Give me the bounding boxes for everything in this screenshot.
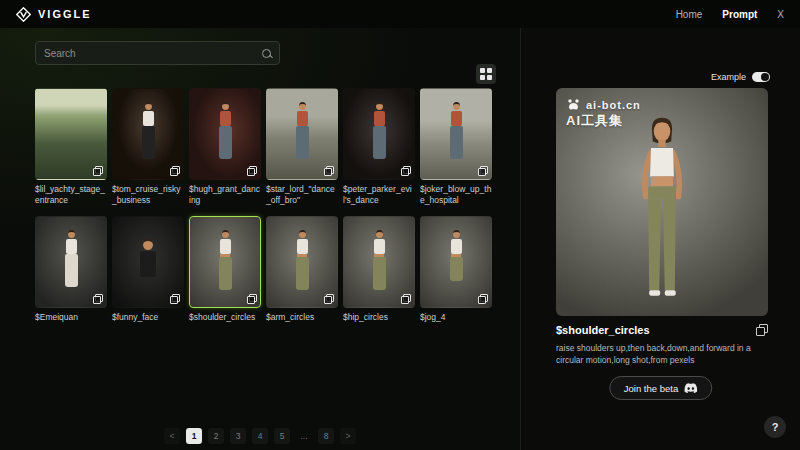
search-input[interactable] <box>44 48 262 59</box>
template-thumbnail[interactable] <box>112 88 184 180</box>
template-card[interactable]: $jog_4 <box>420 216 492 334</box>
template-card-selected[interactable]: $shoulder_circles <box>189 216 261 334</box>
copy-icon[interactable] <box>324 294 334 304</box>
preview-image: ai-bot.cn AI工具集 <box>556 88 768 316</box>
example-toggle[interactable] <box>752 72 770 82</box>
template-card[interactable]: $star_lord_"dance_off_bro" <box>266 88 338 206</box>
copy-icon[interactable] <box>478 166 488 176</box>
template-thumbnail[interactable] <box>266 216 338 308</box>
figure-silhouette <box>137 239 159 277</box>
page-prev[interactable]: < <box>164 428 180 444</box>
template-thumbnail[interactable] <box>112 216 184 308</box>
template-thumbnail[interactable] <box>420 88 492 180</box>
discord-icon <box>684 383 697 393</box>
copy-icon[interactable] <box>401 166 411 176</box>
copy-icon[interactable] <box>170 166 180 176</box>
template-gallery-panel: $lil_yachty_stage_entrance $tom_cruise_r… <box>0 28 520 450</box>
example-toggle-row: Example <box>711 72 770 82</box>
figure-silhouette <box>445 230 467 281</box>
figure-silhouette <box>368 230 390 290</box>
template-card[interactable]: $lil_yachty_stage_entrance <box>35 88 107 206</box>
template-thumbnail[interactable] <box>189 216 261 308</box>
template-card[interactable]: $tom_cruise_risky_business <box>112 88 184 206</box>
watermark-name: ai-bot.cn <box>586 99 641 111</box>
copy-icon[interactable] <box>324 166 334 176</box>
template-label: $star_lord_"dance_off_bro" <box>266 184 338 206</box>
logo-text: VIGGLE <box>38 8 92 20</box>
template-card[interactable]: $funny_face <box>112 216 184 334</box>
template-label: $Emeiquan <box>35 312 107 334</box>
join-beta-label: Join the beta <box>624 383 678 394</box>
figure-silhouette <box>60 230 82 287</box>
preview-panel: Example ai-bot.cn AI工具集 <box>520 28 800 450</box>
figure-silhouette <box>214 230 236 290</box>
template-label: $peter_parker_evil's_dance <box>343 184 415 206</box>
figure-silhouette <box>291 102 313 159</box>
nav-prompt[interactable]: Prompt <box>722 9 757 20</box>
join-beta-button[interactable]: Join the beta <box>609 376 712 400</box>
page-1[interactable]: 1 <box>186 428 202 444</box>
preview-title-row: $shoulder_circles <box>556 324 768 336</box>
page-ellipsis: ... <box>296 428 312 444</box>
top-bar: VIGGLE Home Prompt X <box>0 0 800 28</box>
template-thumbnail[interactable] <box>35 216 107 308</box>
template-label: $tom_cruise_risky_business <box>112 184 184 206</box>
figure-silhouette <box>368 102 390 159</box>
figure-silhouette <box>291 230 313 290</box>
example-label: Example <box>711 72 746 82</box>
template-thumbnail[interactable] <box>420 216 492 308</box>
viggle-logo-icon <box>16 7 31 22</box>
template-thumbnail[interactable] <box>343 216 415 308</box>
top-nav: Home Prompt X <box>676 9 784 20</box>
copy-icon[interactable] <box>247 166 257 176</box>
template-label: $arm_circles <box>266 312 338 334</box>
template-label: $joker_blow_up_the_hospital <box>420 184 492 206</box>
template-card[interactable]: $peter_parker_evil's_dance <box>343 88 415 206</box>
figure-silhouette <box>445 102 467 159</box>
copy-icon[interactable] <box>170 294 180 304</box>
template-thumbnail[interactable] <box>343 88 415 180</box>
character-figure <box>616 114 708 314</box>
copy-icon[interactable] <box>93 166 103 176</box>
page-8[interactable]: 8 <box>318 428 334 444</box>
template-label: $jog_4 <box>420 312 492 334</box>
page-3[interactable]: 3 <box>230 428 246 444</box>
page-next[interactable]: > <box>340 428 356 444</box>
copy-prompt-icon[interactable] <box>756 324 768 336</box>
search-icon[interactable] <box>262 49 271 58</box>
pagination: < 1 2 3 4 5 ... 8 > <box>0 428 520 444</box>
template-thumbnail[interactable] <box>189 88 261 180</box>
copy-icon[interactable] <box>401 294 411 304</box>
grid-view-icon[interactable] <box>476 64 496 84</box>
nav-x[interactable]: X <box>777 9 784 20</box>
template-card[interactable]: $Emeiquan <box>35 216 107 334</box>
search-bar[interactable] <box>35 41 280 65</box>
preview-title: $shoulder_circles <box>556 324 650 336</box>
preview-description: raise shoulders up,then back,down,and fo… <box>556 342 770 367</box>
template-label: $funny_face <box>112 312 184 334</box>
template-thumbnail[interactable] <box>35 88 107 180</box>
template-label: $shoulder_circles <box>189 312 261 334</box>
template-label: $hip_circles <box>343 312 415 334</box>
watermark-logo-icon <box>566 98 581 111</box>
template-card[interactable]: $arm_circles <box>266 216 338 334</box>
page-5[interactable]: 5 <box>274 428 290 444</box>
template-grid: $lil_yachty_stage_entrance $tom_cruise_r… <box>35 88 500 334</box>
template-card[interactable]: $joker_blow_up_the_hospital <box>420 88 492 206</box>
copy-icon[interactable] <box>93 294 103 304</box>
copy-icon[interactable] <box>478 294 488 304</box>
page-4[interactable]: 4 <box>252 428 268 444</box>
template-label: $lil_yachty_stage_entrance <box>35 184 107 206</box>
figure-silhouette <box>137 102 159 159</box>
help-button[interactable]: ? <box>764 416 786 438</box>
copy-icon[interactable] <box>247 294 257 304</box>
template-label: $hugh_grant_dancing <box>189 184 261 206</box>
template-card[interactable]: $hugh_grant_dancing <box>189 88 261 206</box>
nav-home[interactable]: Home <box>676 9 703 20</box>
page-2[interactable]: 2 <box>208 428 224 444</box>
template-thumbnail[interactable] <box>266 88 338 180</box>
template-card[interactable]: $hip_circles <box>343 216 415 334</box>
figure-silhouette <box>214 102 236 159</box>
viggle-logo[interactable]: VIGGLE <box>16 7 92 22</box>
